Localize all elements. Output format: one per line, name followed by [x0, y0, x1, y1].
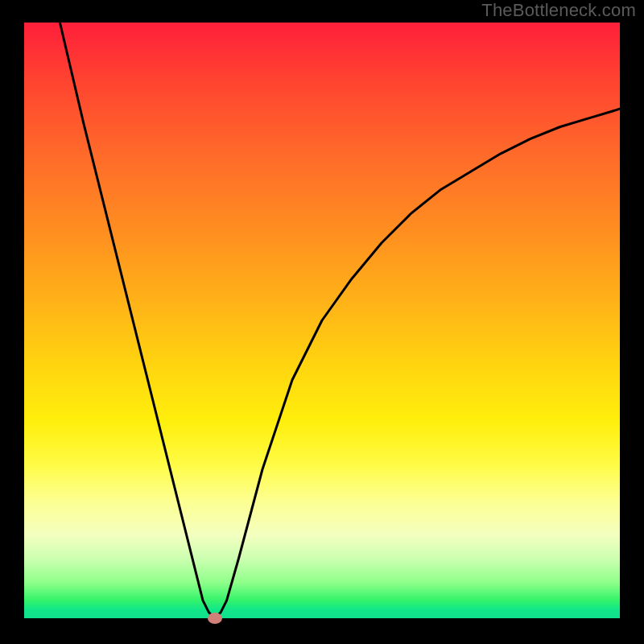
bottleneck-curve	[24, 23, 620, 618]
watermark-text: TheBottleneck.com	[481, 0, 636, 21]
optimal-point-marker	[208, 613, 222, 624]
plot-area	[24, 23, 620, 618]
chart-frame: TheBottleneck.com	[0, 0, 644, 644]
